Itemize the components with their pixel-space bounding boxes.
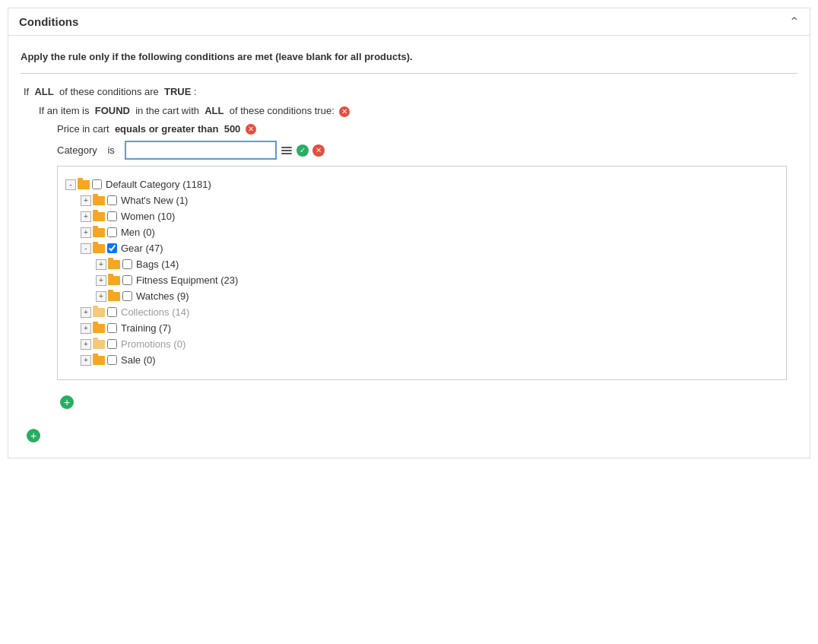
- tree-label-bags: Bags (14): [136, 259, 179, 270]
- tree-toggle-watches[interactable]: +: [96, 291, 106, 302]
- panel-title: Conditions: [19, 15, 78, 28]
- condition-price-row: Price in cart equals or greater than 500…: [57, 123, 794, 135]
- folder-icon-watches: [108, 292, 120, 301]
- tree-toggle-sale[interactable]: +: [81, 355, 91, 366]
- tree-row: +Men (0): [81, 225, 778, 240]
- tree-toggle-bags[interactable]: +: [96, 259, 106, 270]
- conditions-label: If ALL of these conditions are TRUE :: [24, 86, 794, 97]
- in-cart-with-text: in the cart with: [135, 105, 199, 116]
- of-these-conditions-true-text: of these conditions true:: [230, 105, 334, 116]
- tree-label-watches: Watches (9): [136, 290, 189, 302]
- all-text: ALL: [34, 86, 53, 97]
- folder-icon-fitness: [108, 276, 120, 285]
- tree-checkbox-whats-new[interactable]: [107, 195, 117, 205]
- tree-label-promotions: Promotions (0): [121, 338, 185, 350]
- tree-row: +Bags (14): [96, 257, 778, 271]
- tree-row: +Promotions (0): [81, 337, 778, 351]
- tree-label-whats-new: What's New (1): [121, 195, 188, 206]
- folder-icon-gear: [93, 244, 105, 253]
- tree-label-sale: Sale (0): [121, 354, 156, 366]
- folder-icon-promotions: [93, 340, 105, 349]
- remove-found-condition-button[interactable]: ✕: [339, 106, 350, 117]
- tree-checkbox-collections[interactable]: [107, 307, 117, 317]
- tree-toggle-men[interactable]: +: [81, 227, 91, 238]
- condition-found-row: If an item is FOUND in the cart with ALL…: [39, 105, 794, 117]
- tree-checkbox-men[interactable]: [107, 227, 117, 237]
- panel-header: Conditions ⌃: [8, 8, 810, 36]
- tree-label-default: Default Category (1181): [106, 179, 211, 190]
- true-text: TRUE: [164, 86, 191, 97]
- tree-row: +Watches (9): [96, 289, 778, 303]
- add-outer-condition-button[interactable]: +: [27, 429, 40, 443]
- tree-toggle-training[interactable]: +: [81, 323, 91, 334]
- conditions-panel: Conditions ⌃ Apply the rule only if the …: [8, 8, 810, 458]
- price-prefix-text: Price in cart: [57, 123, 109, 135]
- tree-toggle-gear[interactable]: -: [81, 243, 91, 254]
- tree-row: -Gear (47): [81, 241, 778, 255]
- tree-toggle-default[interactable]: -: [65, 179, 76, 190]
- folder-icon-whats-new: [93, 196, 105, 205]
- add-inner-condition-button[interactable]: +: [60, 395, 74, 409]
- tree-toggle-whats-new[interactable]: +: [81, 195, 91, 206]
- svg-rect-0: [281, 147, 292, 148]
- add-outer-condition-container: +: [24, 421, 797, 443]
- folder-icon-collections: [93, 308, 105, 317]
- tree-checkbox-sale[interactable]: [107, 355, 117, 365]
- tree-checkbox-fitness[interactable]: [122, 275, 132, 285]
- svg-rect-2: [281, 153, 292, 154]
- tree-toggle-fitness[interactable]: +: [96, 275, 106, 286]
- category-is-text: is: [107, 144, 114, 156]
- add-inner-condition-container: +: [57, 388, 794, 409]
- tree-toggle-women[interactable]: +: [81, 211, 91, 222]
- if-an-item-is-text: If an item is: [39, 105, 89, 116]
- tree-toggle-collections[interactable]: +: [81, 307, 91, 318]
- tree-label-men: Men (0): [121, 227, 155, 238]
- folder-icon-default: [78, 180, 90, 189]
- tree-checkbox-bags[interactable]: [122, 259, 132, 269]
- colon-text: :: [194, 86, 197, 97]
- folder-icon-men: [93, 228, 105, 237]
- tree-checkbox-promotions[interactable]: [107, 339, 117, 349]
- tree-row: +Training (7): [81, 321, 778, 335]
- tree-checkbox-women[interactable]: [107, 211, 117, 221]
- price-value-text: 500: [224, 123, 241, 135]
- tree-checkbox-default[interactable]: [92, 179, 102, 189]
- cancel-category-button[interactable]: ✕: [312, 144, 325, 157]
- folder-icon-bags: [108, 260, 120, 269]
- folder-icon-training: [93, 324, 105, 333]
- tree-checkbox-gear[interactable]: [107, 243, 117, 253]
- price-condition-text: equals or greater than: [115, 123, 219, 135]
- panel-body: Apply the rule only if the following con…: [8, 36, 810, 458]
- tree-row: +Collections (14): [81, 305, 778, 319]
- tree-row: +Sale (0): [81, 353, 778, 367]
- confirm-category-button[interactable]: ✓: [296, 144, 309, 157]
- collapse-button[interactable]: ⌃: [789, 14, 799, 29]
- tree-label-training: Training (7): [121, 322, 171, 334]
- tree-row: +Fitness Equipment (23): [96, 273, 778, 287]
- tree-row: +Women (10): [81, 209, 778, 224]
- folder-icon-women: [93, 212, 105, 221]
- tree-toggle-promotions[interactable]: +: [81, 339, 91, 350]
- all-text-2: ALL: [204, 105, 224, 116]
- tree-row: -Default Category (1181): [65, 177, 778, 192]
- category-input[interactable]: [125, 141, 277, 160]
- tree-checkbox-watches[interactable]: [122, 291, 132, 301]
- tree-label-fitness: Fitness Equipment (23): [136, 274, 238, 286]
- tree-label-gear: Gear (47): [121, 243, 163, 254]
- tree-row: +What's New (1): [81, 193, 778, 208]
- svg-rect-1: [281, 150, 292, 151]
- category-tree: -Default Category (1181)+What's New (1)+…: [57, 166, 787, 380]
- conditions-section: If ALL of these conditions are TRUE : If…: [21, 86, 797, 409]
- folder-icon-sale: [93, 356, 105, 365]
- list-icon[interactable]: [281, 144, 293, 157]
- apply-rule-text: Apply the rule only if the following con…: [21, 51, 797, 74]
- tree-label-women: Women (10): [121, 211, 175, 222]
- found-text: FOUND: [95, 105, 130, 116]
- tree-checkbox-training[interactable]: [107, 323, 117, 333]
- condition-category-row: Category is ✓ ✕: [57, 141, 794, 160]
- if-text: If: [24, 86, 29, 97]
- of-these-text: of these conditions are: [59, 86, 159, 97]
- remove-price-condition-button[interactable]: ✕: [246, 124, 256, 135]
- tree-label-collections: Collections (14): [121, 306, 189, 318]
- category-prefix-text: Category: [57, 144, 97, 156]
